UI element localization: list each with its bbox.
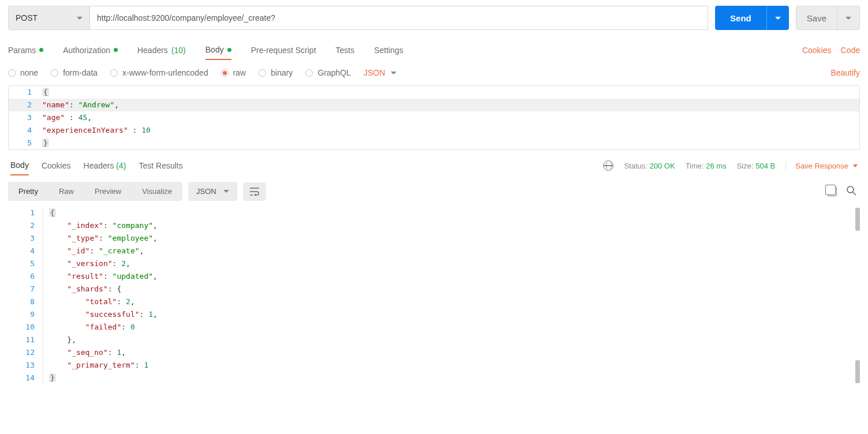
body-type-urlencoded[interactable]: x-www-form-urlencoded bbox=[110, 68, 208, 77]
http-method-select[interactable]: POST bbox=[8, 6, 90, 30]
response-format-select[interactable]: JSON bbox=[188, 182, 237, 201]
radio-icon bbox=[51, 69, 58, 77]
body-type-formdata[interactable]: form-data bbox=[51, 68, 98, 77]
wrap-lines-button[interactable] bbox=[243, 182, 266, 201]
search-icon[interactable] bbox=[846, 185, 856, 197]
cookies-link[interactable]: Cookies bbox=[802, 46, 832, 55]
save-dropdown[interactable] bbox=[837, 6, 859, 29]
view-visualize[interactable]: Visualize bbox=[132, 182, 182, 201]
chevron-down-icon bbox=[391, 72, 396, 74]
copy-icon[interactable] bbox=[828, 187, 837, 196]
body-type-binary[interactable]: binary bbox=[259, 68, 293, 77]
indicator-dot-icon bbox=[39, 48, 43, 52]
tab-headers[interactable]: Headers (10) bbox=[137, 41, 186, 59]
time-label: Time: bbox=[686, 162, 704, 170]
chevron-down-icon bbox=[845, 17, 851, 20]
view-preview[interactable]: Preview bbox=[84, 182, 132, 201]
tab-body[interactable]: Body bbox=[205, 40, 231, 60]
indicator-dot-icon bbox=[227, 48, 231, 52]
time-value: 26 ms bbox=[706, 162, 726, 170]
save-response-button[interactable]: Save Response bbox=[785, 162, 858, 170]
view-pretty[interactable]: Pretty bbox=[8, 182, 48, 201]
tab-authorization[interactable]: Authorization bbox=[63, 41, 118, 59]
tab-params[interactable]: Params bbox=[8, 41, 43, 59]
status-label: Status: bbox=[624, 162, 647, 170]
view-raw[interactable]: Raw bbox=[48, 182, 84, 201]
radio-icon bbox=[305, 69, 313, 77]
response-body-viewer[interactable]: 1{ 2 "_index": "company", 3 "_type": "em… bbox=[8, 207, 860, 384]
scrollbar[interactable] bbox=[855, 360, 860, 383]
scrollbar[interactable] bbox=[855, 208, 860, 231]
body-type-none[interactable]: none bbox=[8, 68, 38, 77]
response-tab-body[interactable]: Body bbox=[10, 156, 29, 175]
content-type-select[interactable]: JSON bbox=[364, 68, 396, 77]
radio-icon bbox=[259, 69, 266, 77]
response-tab-cookies[interactable]: Cookies bbox=[42, 156, 71, 175]
status-value: 200 OK bbox=[650, 162, 675, 170]
code-link[interactable]: Code bbox=[841, 46, 860, 55]
radio-selected-icon bbox=[221, 69, 229, 77]
request-body-editor[interactable]: 1{ 2"name": "Andrew", 3"age" : 45, 4"exp… bbox=[8, 85, 860, 150]
svg-point-0 bbox=[847, 186, 854, 193]
radio-icon bbox=[8, 69, 16, 77]
tab-tests[interactable]: Tests bbox=[336, 41, 355, 59]
response-tab-test-results[interactable]: Test Results bbox=[139, 156, 182, 175]
tab-prerequest[interactable]: Pre-request Script bbox=[251, 41, 316, 59]
response-view-segment: Pretty Raw Preview Visualize bbox=[8, 182, 182, 201]
chevron-down-icon bbox=[223, 190, 229, 193]
http-method-value: POST bbox=[16, 13, 38, 23]
save-button[interactable]: Save bbox=[796, 6, 860, 30]
globe-icon[interactable] bbox=[603, 160, 613, 171]
send-button[interactable]: Send bbox=[715, 6, 789, 30]
body-type-raw[interactable]: raw bbox=[221, 68, 246, 77]
send-dropdown[interactable] bbox=[766, 6, 789, 30]
chevron-down-icon bbox=[77, 17, 83, 20]
body-type-graphql[interactable]: GraphQL bbox=[305, 68, 351, 77]
size-value: 504 B bbox=[755, 162, 775, 170]
chevron-down-icon bbox=[853, 164, 858, 167]
size-label: Size: bbox=[737, 162, 754, 170]
tab-settings[interactable]: Settings bbox=[374, 41, 403, 59]
send-label: Send bbox=[715, 13, 766, 23]
url-input[interactable] bbox=[90, 6, 708, 30]
svg-line-1 bbox=[853, 192, 856, 195]
beautify-link[interactable]: Beautify bbox=[830, 68, 860, 77]
indicator-dot-icon bbox=[114, 48, 118, 52]
chevron-down-icon bbox=[775, 17, 781, 20]
save-label: Save bbox=[796, 13, 837, 23]
response-tab-headers[interactable]: Headers (4) bbox=[84, 156, 126, 175]
radio-icon bbox=[110, 69, 118, 77]
wrap-icon bbox=[250, 188, 259, 196]
